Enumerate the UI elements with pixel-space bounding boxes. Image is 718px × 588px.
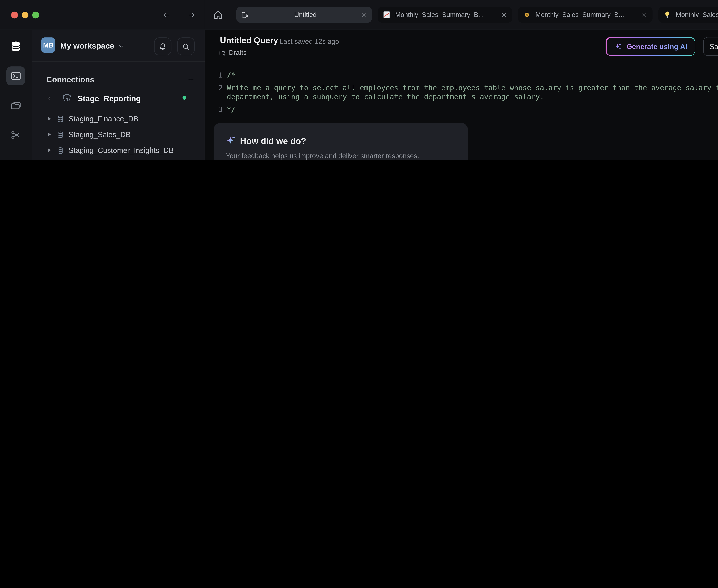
terminal-icon <box>10 70 22 82</box>
money-bag-icon <box>523 10 531 19</box>
light-bulb-icon <box>663 10 672 19</box>
sparkles-icon <box>614 42 622 51</box>
save-split-button: Save <box>703 37 718 56</box>
bell-icon <box>158 42 167 51</box>
drafts-folder-icon <box>219 49 226 56</box>
zoom-window-button[interactable] <box>32 12 39 19</box>
search-button[interactable] <box>177 38 194 56</box>
connection-stage-reporting[interactable]: Stage_Reporting <box>32 90 205 106</box>
close-icon[interactable] <box>500 11 508 18</box>
database-icon <box>57 146 64 154</box>
chart-up-icon <box>383 10 391 19</box>
window-titlebar: UntitledMonthly_Sales_Summary_B...Monthl… <box>0 0 718 30</box>
tree-item-label: Staging_Finance_DB <box>69 114 139 123</box>
workspace-badge[interactable]: MB <box>41 38 56 53</box>
connection-name: Stage_Reporting <box>78 93 141 103</box>
rail-item-snippets[interactable] <box>6 125 25 144</box>
feedback-subtitle: Your feedback helps us improve and deliv… <box>226 152 419 160</box>
rail-item-charts[interactable] <box>6 155 25 160</box>
tree-item-label: Staging_Customer_Insights_DB <box>69 146 174 154</box>
sidebar: MB My workspace Connections <box>32 30 205 160</box>
tab-strip: UntitledMonthly_Sales_Summary_B...Monthl… <box>237 7 718 23</box>
caret-right-icon[interactable] <box>48 117 50 121</box>
editor-actions: Generate using AI Save Run <box>606 37 718 56</box>
bar-chart-icon <box>10 159 22 160</box>
close-icon[interactable] <box>641 11 648 18</box>
query-saved-status: Last saved 12s ago <box>280 38 339 45</box>
chevron-down-icon[interactable] <box>118 43 125 50</box>
tree-item-Staging_Sales_DB[interactable]: Staging_Sales_DB <box>32 127 205 142</box>
connections-header: Connections <box>32 71 205 87</box>
search-icon <box>182 42 190 51</box>
close-icon[interactable] <box>360 11 367 18</box>
icon-rail <box>0 30 32 160</box>
folders-icon <box>10 100 22 111</box>
tab-label: Untitled <box>254 11 357 18</box>
titlebar-divider <box>205 0 205 29</box>
editor-pane: Untitled Query Last saved 12s ago Drafts… <box>205 30 718 160</box>
notifications-button[interactable] <box>154 38 171 56</box>
tree-item-label: Staging_Sales_DB <box>69 130 131 139</box>
workspace-header: MB My workspace <box>32 30 205 62</box>
window-controls <box>11 12 39 19</box>
line-number: 1 <box>205 71 223 80</box>
home-icon[interactable] <box>212 9 224 21</box>
line-number: 2 <box>205 83 223 101</box>
back-arrow-icon[interactable] <box>162 11 170 19</box>
code-line-3: 3*/ <box>205 105 718 114</box>
tree-item-Staging_Customer_Insights_DB[interactable]: Staging_Customer_Insights_DB <box>32 142 205 158</box>
tab[interactable]: Untitled <box>237 7 372 23</box>
tab[interactable]: Monthly_Sales_Summary_B... <box>378 7 512 23</box>
tab-label: Monthly_Sales_Summary_B... <box>395 11 497 18</box>
postgresql-icon <box>62 92 73 104</box>
connection-status-dot <box>183 96 186 100</box>
app-window: UntitledMonthly_Sales_Summary_B...Monthl… <box>0 0 718 160</box>
tab[interactable]: Monthly_Sales_Summary_B... <box>658 7 718 23</box>
comment-block: 1/*2Write me a query to select all emplo… <box>205 71 718 114</box>
rail-item-app-logo[interactable] <box>6 37 25 56</box>
code-line-2: 2Write me a query to select all employee… <box>205 83 718 101</box>
tab-label: Monthly_Sales_Summary_B... <box>535 11 638 18</box>
tab-label: Monthly_Sales_Summary_B... <box>676 11 718 18</box>
database-logo-icon <box>10 41 22 52</box>
save-button[interactable]: Save <box>704 38 718 56</box>
sparkles-icon <box>225 134 238 147</box>
forward-arrow-icon[interactable] <box>188 11 196 19</box>
schema-tree: Staging_Finance_DBStaging_Sales_DBStagin… <box>32 111 205 160</box>
database-icon <box>57 115 64 123</box>
database-icon <box>57 130 64 139</box>
caret-right-icon[interactable] <box>48 132 50 136</box>
drafts-folder-icon <box>241 10 250 19</box>
workspace-name[interactable]: My workspace <box>60 41 114 50</box>
tree-item-Staging_Finance_DB[interactable]: Staging_Finance_DB <box>32 111 205 126</box>
query-title[interactable]: Untitled Query <box>220 36 278 45</box>
code-line-1: 1/* <box>205 71 718 80</box>
code-editor[interactable]: 1/*2Write me a query to select all emplo… <box>205 60 718 160</box>
connections-label: Connections <box>46 75 94 84</box>
rail-item-query-console[interactable] <box>6 66 25 85</box>
rail-item-projects[interactable] <box>6 96 25 115</box>
add-connection-button[interactable] <box>187 75 195 83</box>
tab[interactable]: Monthly_Sales_Summary_B... <box>518 7 653 23</box>
generate-ai-button[interactable]: Generate using AI <box>606 37 695 56</box>
close-window-button[interactable] <box>11 12 18 19</box>
breadcrumb-label: Drafts <box>229 49 246 57</box>
line-number: 3 <box>205 105 223 114</box>
breadcrumb[interactable]: Drafts <box>219 49 246 57</box>
scissors-icon <box>10 129 22 141</box>
minimize-window-button[interactable] <box>22 12 28 19</box>
chevron-left-icon[interactable] <box>46 95 53 101</box>
caret-right-icon[interactable] <box>48 148 50 152</box>
feedback-title: How did we do? <box>240 136 306 146</box>
generate-ai-label: Generate using AI <box>627 42 687 50</box>
ai-feedback-card: How did we do? Your feedback helps us im… <box>214 123 468 160</box>
